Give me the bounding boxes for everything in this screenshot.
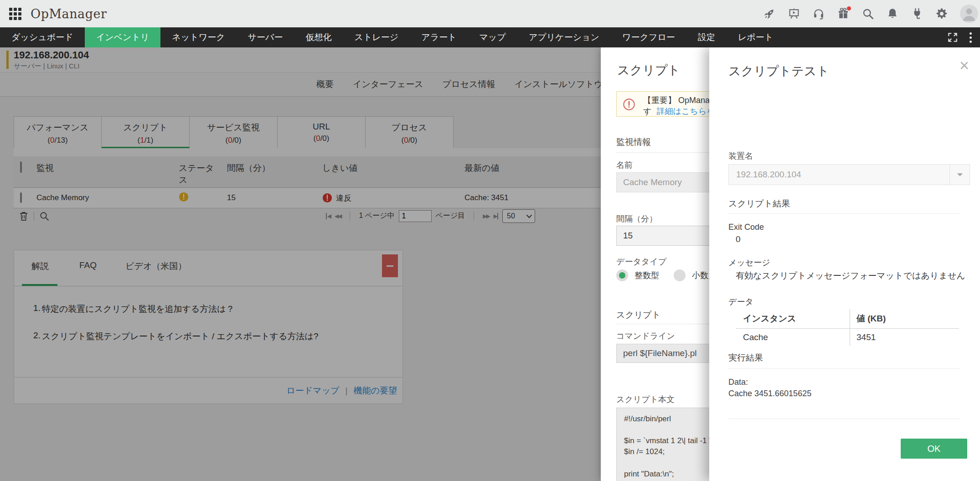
- script-output: Data: Cache 3451.66015625: [728, 377, 811, 399]
- nav-tab-alerts[interactable]: アラート: [410, 27, 468, 47]
- whats-new-gift-icon[interactable]: [837, 7, 850, 20]
- commandline-label: コマンドライン: [616, 331, 675, 341]
- output-heading: 実行結果: [728, 352, 763, 364]
- result-data-table: インスタンス 値 (KB) Cache 3451: [736, 309, 959, 346]
- data-table-row: Cache 3451: [736, 329, 959, 346]
- nav-tab-reports[interactable]: レポート: [727, 27, 784, 47]
- device-select[interactable]: 192.168.200.104: [728, 164, 970, 185]
- nav-tab-applications[interactable]: アプリケーション: [517, 27, 611, 47]
- nav-tab-server[interactable]: サーバー: [237, 27, 294, 47]
- value-cell: 3451: [850, 329, 959, 346]
- section-script: スクリプト: [616, 309, 660, 321]
- warning-circle-icon: [623, 98, 635, 111]
- data-label: データ: [728, 296, 753, 307]
- exit-code-label: Exit Code: [728, 222, 764, 232]
- ok-button[interactable]: OK: [901, 439, 967, 459]
- search-icon[interactable]: [861, 7, 874, 20]
- instance-column-header: インスタンス: [736, 309, 850, 328]
- navbar-right-icons: [947, 27, 980, 47]
- datatype-label: データタイプ: [616, 256, 666, 267]
- warning-line2: す: [643, 107, 651, 116]
- dialog-title: スクリプトテスト: [728, 63, 829, 79]
- topbar-icon-group: [763, 5, 974, 23]
- nav-tab-settings[interactable]: 設定: [686, 27, 727, 47]
- fullscreen-icon[interactable]: [947, 31, 959, 43]
- notification-dot: [847, 6, 851, 10]
- app-logo: OpManager: [31, 7, 107, 21]
- nav-tab-storage[interactable]: ストレージ: [343, 27, 410, 47]
- name-label: 名前: [616, 160, 633, 171]
- plugin-plug-icon[interactable]: [911, 7, 923, 20]
- nav-tab-dashboard[interactable]: ダッシュボード: [0, 27, 85, 47]
- nav-tab-network[interactable]: ネットワーク: [160, 27, 236, 47]
- interval-label: 間隔（分）: [616, 213, 657, 224]
- user-avatar[interactable]: [960, 5, 978, 23]
- radio-integer[interactable]: [616, 269, 628, 281]
- demo-presentation-icon[interactable]: [788, 7, 800, 20]
- support-headset-icon[interactable]: [812, 7, 825, 20]
- message-value: 有効なスクリプトメッセージフォーマットではありません: [736, 270, 965, 282]
- main-navbar: ダッシュボード インベントリ ネットワーク サーバー 仮想化 ストレージ アラー…: [0, 27, 980, 47]
- nav-tab-inventory[interactable]: インベントリ: [85, 27, 161, 47]
- script-test-dialog: スクリプトテスト × 装置名 192.168.200.104 スクリプト結果 E…: [709, 47, 980, 481]
- top-utility-bar: OpManager: [0, 0, 980, 27]
- select-arrow-icon: [957, 173, 963, 176]
- exit-code-value: 0: [736, 234, 741, 244]
- nav-tab-virtualization[interactable]: 仮想化: [294, 27, 343, 47]
- close-icon[interactable]: ×: [959, 57, 969, 74]
- alarm-bell-icon[interactable]: [886, 7, 899, 20]
- apps-grid-icon[interactable]: [9, 8, 21, 20]
- message-label: メッセージ: [728, 257, 770, 268]
- instance-cell: Cache: [736, 329, 850, 346]
- radio-integer-label: 整数型: [634, 270, 659, 281]
- nav-tab-maps[interactable]: マップ: [468, 27, 517, 47]
- script-result-heading: スクリプト結果: [728, 198, 790, 210]
- script-body-label: スクリプト本文: [616, 394, 675, 405]
- kebab-menu-icon[interactable]: [969, 31, 973, 44]
- value-column-header: 値 (KB): [850, 309, 959, 328]
- section-monitor-info: 監視情報: [616, 136, 651, 148]
- nav-tab-workflow[interactable]: ワークフロー: [611, 27, 686, 47]
- drawer-title: スクリプト: [617, 62, 680, 78]
- device-name-label: 装置名: [728, 150, 753, 161]
- settings-gear-icon[interactable]: [935, 7, 948, 20]
- getting-started-rocket-icon[interactable]: [763, 7, 776, 20]
- opmanager-app: OpManager: [0, 0, 980, 481]
- radio-float[interactable]: [674, 269, 686, 281]
